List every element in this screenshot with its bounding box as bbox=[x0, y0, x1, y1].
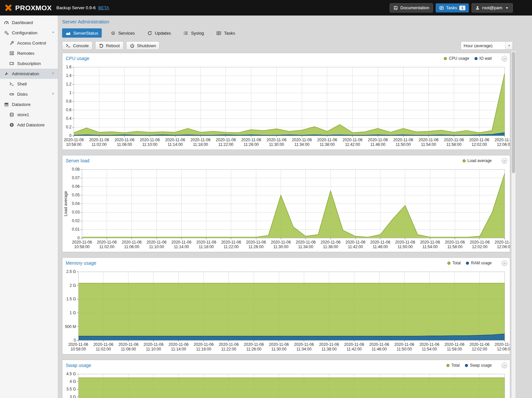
vertical-scrollbar[interactable] bbox=[511, 51, 515, 398]
tab-label: ServerStatus bbox=[73, 31, 98, 36]
sidebar-item-add-datastore[interactable]: Add Datastore bbox=[0, 120, 58, 130]
app-header: PROXMOX Backup Server 0.9-6 BETA Documen… bbox=[0, 0, 532, 16]
sidebar-item-label: Add Datastore bbox=[17, 122, 45, 127]
svg-text:2020-11-06: 2020-11-06 bbox=[369, 342, 389, 347]
sidebar-item-administration[interactable]: Administration bbox=[0, 69, 58, 79]
svg-text:2020-11-06: 2020-11-06 bbox=[419, 342, 440, 347]
time-range-select[interactable]: Hour (average) bbox=[461, 41, 513, 50]
legend-item[interactable]: RAM usage bbox=[466, 261, 492, 265]
svg-text:2020-11-06: 2020-11-06 bbox=[140, 138, 160, 142]
sidebar-item-dashboard[interactable]: Dashboard bbox=[0, 17, 58, 28]
svg-text:2020-11-06: 2020-11-06 bbox=[469, 138, 489, 142]
svg-text:11:38:00: 11:38:00 bbox=[321, 347, 337, 351]
documentation-button[interactable]: Documentation bbox=[390, 3, 433, 13]
caret-down-icon[interactable] bbox=[51, 30, 55, 35]
sidebar-item-subscription[interactable]: Subscription bbox=[0, 58, 58, 69]
svg-text:0.04: 0.04 bbox=[72, 201, 80, 206]
time-range-value: Hour (average) bbox=[461, 43, 505, 48]
svg-text:2020-11-06: 2020-11-06 bbox=[221, 240, 241, 245]
sidebar-item-remotes[interactable]: Remotes bbox=[0, 48, 58, 58]
panel-header: CPU usageCPU usageIO wait bbox=[62, 53, 510, 64]
svg-text:2020-11-06: 2020-11-06 bbox=[165, 138, 185, 142]
sidebar-item-label: Shell bbox=[17, 82, 27, 86]
legend-item[interactable]: CPU usage bbox=[444, 56, 469, 61]
svg-text:11:02:00: 11:02:00 bbox=[99, 245, 115, 249]
svg-text:11:22:00: 11:22:00 bbox=[218, 142, 233, 147]
sidebar-item-datastore[interactable]: Datastore bbox=[0, 99, 58, 110]
legend-item[interactable]: Total bbox=[446, 363, 460, 368]
svg-text:2020-11-06: 2020-11-06 bbox=[319, 342, 339, 347]
panel-header: Memory usageTotalRAM usage bbox=[62, 258, 510, 268]
legend-label: Total bbox=[451, 363, 460, 368]
svg-text:2020-11-06: 2020-11-06 bbox=[345, 240, 366, 245]
svg-text:2020-11-06: 2020-11-06 bbox=[191, 138, 211, 142]
svg-text:11:10:00: 11:10:00 bbox=[149, 245, 164, 249]
collapse-panel-button[interactable] bbox=[502, 363, 507, 368]
gears-icon bbox=[4, 30, 9, 35]
tab-tasks[interactable]: Tasks bbox=[213, 28, 238, 38]
legend-swatch bbox=[444, 57, 447, 60]
svg-text:11:18:00: 11:18:00 bbox=[199, 245, 214, 249]
chart-svg: 00.010.020.030.040.050.060.070.082020-11… bbox=[62, 166, 510, 252]
sidebar-item-label: Configuration bbox=[12, 30, 37, 35]
collapse-panel-button[interactable] bbox=[502, 56, 507, 61]
user-icon bbox=[475, 6, 480, 10]
tab-syslog[interactable]: Syslog bbox=[180, 28, 207, 38]
user-menu-button[interactable]: root@pam bbox=[472, 3, 513, 13]
collapse-panel-button[interactable] bbox=[502, 158, 507, 164]
svg-text:2020-11-06: 2020-11-06 bbox=[194, 342, 214, 347]
shutdown-button[interactable]: Shutdown bbox=[126, 41, 160, 50]
svg-text:3.5 G: 3.5 G bbox=[66, 387, 76, 391]
svg-text:2020-11-06: 2020-11-06 bbox=[93, 342, 114, 347]
legend-item[interactable]: Total bbox=[447, 261, 461, 265]
svg-text:11:34:00: 11:34:00 bbox=[294, 142, 309, 147]
caret-right-icon[interactable] bbox=[51, 92, 55, 97]
svg-text:11:46:00: 11:46:00 bbox=[372, 347, 387, 351]
proxmox-x-icon bbox=[4, 3, 13, 12]
svg-text:0.01: 0.01 bbox=[72, 227, 80, 232]
svg-text:11:26:00: 11:26:00 bbox=[246, 347, 262, 351]
legend-label: RAM usage bbox=[471, 261, 492, 265]
svg-text:11:30:00: 11:30:00 bbox=[271, 347, 287, 351]
legend-item[interactable]: IO wait bbox=[475, 56, 492, 61]
tab-serverstatus[interactable]: ServerStatus bbox=[62, 28, 102, 38]
chart-svg: 0500 M1 G1.5 G2 G2.5 G2020-11-0610:58:00… bbox=[62, 268, 510, 354]
svg-text:2020-11-06: 2020-11-06 bbox=[317, 138, 337, 142]
reboot-button[interactable]: Reboot bbox=[95, 41, 124, 50]
sidebar-item-configuration[interactable]: Configuration bbox=[0, 28, 58, 38]
tasks-button[interactable]: Tasks 1 bbox=[436, 3, 469, 13]
legend-item[interactable]: Load average bbox=[463, 158, 492, 163]
database-icon bbox=[9, 112, 14, 117]
svg-text:1 G: 1 G bbox=[70, 311, 76, 315]
tasks-count-badge: 1 bbox=[459, 6, 465, 10]
svg-text:2020-11-06: 2020-11-06 bbox=[495, 240, 510, 245]
sidebar-item-label: Dashboard bbox=[12, 20, 33, 25]
sidebar-item-access-control[interactable]: Access Control bbox=[0, 38, 58, 48]
svg-text:4 G: 4 G bbox=[70, 379, 76, 384]
panel-server-load: Server loadLoad average00.010.020.030.04… bbox=[62, 155, 510, 252]
tab-label: Syslog bbox=[191, 31, 204, 36]
terminal-icon bbox=[66, 43, 71, 48]
svg-text:2020-11-06: 2020-11-06 bbox=[244, 342, 264, 347]
console-button[interactable]: Console bbox=[62, 41, 92, 50]
tab-updates[interactable]: Updates bbox=[144, 28, 174, 38]
svg-text:2020-11-06: 2020-11-06 bbox=[445, 240, 465, 245]
collapse-panel-button[interactable] bbox=[502, 260, 507, 266]
panel-header: Swap usageTotalSwap usage bbox=[62, 360, 510, 371]
svg-text:11:02:00: 11:02:00 bbox=[91, 142, 107, 147]
svg-text:2.5 G: 2.5 G bbox=[66, 269, 76, 274]
tab-services[interactable]: Services bbox=[107, 28, 138, 38]
caret-down-icon[interactable] bbox=[51, 71, 55, 76]
svg-text:1.5 G: 1.5 G bbox=[66, 297, 76, 301]
scrollbar-thumb[interactable] bbox=[512, 52, 515, 173]
beta-link[interactable]: BETA bbox=[98, 5, 109, 10]
sidebar-item-shell[interactable]: Shell bbox=[0, 79, 58, 89]
svg-text:11:46:00: 11:46:00 bbox=[373, 245, 388, 249]
legend-swatch bbox=[475, 57, 478, 60]
sidebar-item-disks[interactable]: Disks bbox=[0, 89, 58, 99]
combo-trigger[interactable] bbox=[505, 42, 513, 50]
legend-item[interactable]: Swap usage bbox=[465, 363, 492, 368]
svg-text:11:38:00: 11:38:00 bbox=[320, 142, 335, 147]
tab-label: Services bbox=[118, 31, 135, 36]
sidebar-item-store1[interactable]: store1 bbox=[0, 110, 58, 120]
